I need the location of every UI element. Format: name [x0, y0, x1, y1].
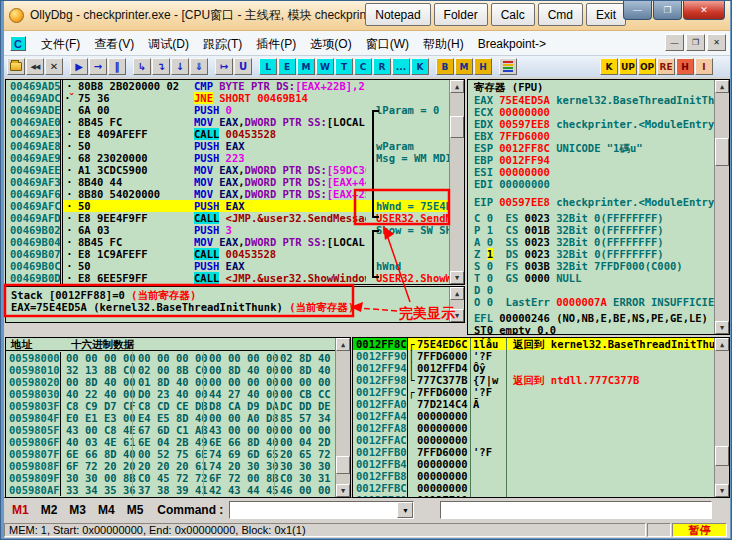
minimize-button[interactable]: — — [623, 1, 652, 20]
command-side-field[interactable] — [440, 501, 712, 519]
titlebar-button-cmd[interactable]: Cmd — [538, 3, 583, 26]
close-button[interactable]: ✕ — [683, 1, 725, 20]
maximize-button[interactable]: ❐ — [653, 1, 682, 20]
hex-dump-row[interactable]: 0059804FE0 E1 E3 00E4 E5 8D 4000 00 A0 D… — [6, 412, 335, 424]
stack-row[interactable]: 0012FF8C┌75E4ED6C1ĺåu返回到 kernel32.BaseTh… — [353, 338, 714, 350]
disasm-row[interactable]: 00469AF3·8B40 44MOV EAX,DWORD PTR DS:[EA… — [6, 176, 449, 188]
toolbar-letter-T[interactable]: T — [335, 58, 353, 75]
toolbar-letter-H[interactable]: H — [676, 58, 694, 75]
register-line[interactable]: T 0 GS 0000 NULL — [468, 272, 714, 284]
disasm-row[interactable]: 00469ADC·ˇ75 36JNE SHORT 00469B14 — [6, 92, 449, 104]
disasm-row[interactable]: 00469AF6·8B80 54020000MOV EAX,DWORD PTR … — [6, 188, 449, 200]
toolbar-letter-K[interactable]: K — [600, 58, 618, 75]
memory-tab-M5[interactable]: M5 — [127, 503, 144, 517]
toolbar-letter-I[interactable]: I — [695, 58, 713, 75]
register-line[interactable]: EBX 7FFD6000 — [468, 130, 714, 142]
toolbar-letter-RE[interactable]: RE — [657, 58, 675, 75]
disassembly-scrollbar[interactable]: ▲ ▼ — [449, 80, 464, 284]
memory-tab-M2[interactable]: M2 — [41, 503, 58, 517]
hex-dump-row[interactable]: 0059805F43 00 C8 4E67 6D C1 AB43 00 00 0… — [6, 424, 335, 436]
toolbar-letter-L[interactable]: L — [259, 58, 277, 75]
register-line[interactable]: O 0 LastErr 0000007A ERROR_INSUFFICIEN — [468, 296, 714, 308]
stack-row[interactable]: 0012FFA077D214C4Ā — [353, 398, 714, 410]
register-line[interactable]: D 0 — [468, 284, 714, 296]
command-input[interactable]: ▼ — [229, 501, 414, 519]
stack-row[interactable]: 0012FFBC00000000 — [353, 482, 714, 494]
scroll-down-icon[interactable]: ▼ — [715, 321, 729, 334]
disasm-row[interactable]: 00469AFC·50PUSH EAXhWnd = 75E4E — [6, 200, 449, 212]
stack-row[interactable]: 0012FFB400000000 — [353, 458, 714, 470]
close-program-button[interactable]: ✕ — [45, 58, 63, 75]
hex-dump-row[interactable]: 0059806F40 03 4E 616E 04 2B 496E 66 8D 4… — [6, 436, 335, 448]
open-file-button[interactable] — [7, 58, 25, 75]
disasm-row[interactable]: 00469AFD·E8 9EE4F9FFCALL <JMP.&user32.Se… — [6, 212, 449, 224]
menu-item[interactable]: 窗口(W) — [359, 34, 416, 54]
register-line[interactable]: Z 1 DS 0023 32Bit 0(FFFFFFFF) — [468, 248, 714, 260]
register-line[interactable]: A 0 SS 0023 32Bit 0(FFFFFFFF) — [468, 236, 714, 248]
toolbar-letter-E[interactable]: E — [278, 58, 296, 75]
hex-dump-row[interactable]: 0059807F6E 66 8D 4000 52 75 6E74 69 6D 6… — [6, 448, 335, 460]
menu-item[interactable]: 帮助(H) — [416, 34, 471, 54]
trace-into-button[interactable]: ↓ — [171, 58, 189, 75]
disasm-row[interactable]: 00469B0C·50PUSH EAXhWnd — [6, 260, 449, 272]
pause-button[interactable]: ‖ — [108, 58, 126, 75]
scroll-up-icon[interactable]: ▲ — [715, 338, 729, 351]
toolbar-letter-M[interactable]: M — [455, 58, 473, 75]
titlebar-button-calc[interactable]: Calc — [491, 3, 535, 26]
scroll-up-icon[interactable]: ▲ — [715, 80, 729, 93]
register-line[interactable]: EBP 0012FF94 — [468, 154, 714, 166]
hex-dump-row[interactable]: 0059802000 8D 40 0001 8D 40 0000 00 00 0… — [6, 376, 335, 388]
stack-row[interactable]: 0012FFAC00000000 — [353, 434, 714, 446]
run-button[interactable]: ▶ — [70, 58, 88, 75]
toolbar-letter-W[interactable]: W — [316, 58, 334, 75]
hex-dump-scrollbar[interactable]: ▲ ▼ — [335, 338, 350, 497]
scroll-down-icon[interactable]: ▼ — [450, 309, 464, 322]
hex-dump-row[interactable]: 0059801032 13 8B C002 00 8B C000 8D 40 0… — [6, 364, 335, 376]
hex-dump-row[interactable]: 0059808F6F 72 20 2020 20 20 6174 20 30 3… — [6, 460, 335, 472]
chevron-down-icon[interactable]: ▼ — [397, 502, 413, 518]
mdi-minimize-button[interactable]: — — [665, 34, 684, 51]
info-pane-scrollbar[interactable]: ▲ ▼ — [449, 287, 464, 322]
disasm-row[interactable]: 00469ADE·6A 00PUSH 0lParam = 0 — [6, 104, 449, 116]
titlebar-button-folder[interactable]: Folder — [434, 3, 488, 26]
scrollbar-thumb[interactable] — [715, 138, 729, 166]
register-line[interactable]: EFL 00000246 (NO,NB,E,BE,NS,PE,GE,LE) — [468, 312, 714, 324]
register-line[interactable]: EIP 00597EE8 checkprinter.<ModuleEntryP — [468, 196, 714, 208]
toolbar-letter-H[interactable]: H — [474, 58, 492, 75]
menu-item[interactable]: 插件(P) — [249, 34, 303, 54]
toolbar-letter-C[interactable]: C — [354, 58, 372, 75]
register-line[interactable]: ST0 empty 0.0 — [468, 324, 714, 335]
disasm-row[interactable]: 00469B0D·E8 6EE5F9FFCALL <JMP.&user32.Sh… — [6, 272, 449, 284]
memory-tab-M3[interactable]: M3 — [69, 503, 86, 517]
disasm-row[interactable]: 00469AE0·8B45 FCMOV EAX,DWORD PTR SS:[LO… — [6, 116, 449, 128]
register-line[interactable]: EDI 00000000 — [468, 178, 714, 190]
step-over-button[interactable]: ↴ — [152, 58, 170, 75]
disasm-row[interactable]: 00469B07·E8 1C9AFEFFCALL 00453528 — [6, 248, 449, 260]
step-into-button[interactable]: ↳ — [133, 58, 151, 75]
register-line[interactable]: ESI 00000000 — [468, 166, 714, 178]
stack-row[interactable]: 0012FFA400000000 — [353, 410, 714, 422]
stack-row[interactable]: 0012FF98└777C377B{7|w返回到 ntdll.777C377B — [353, 374, 714, 386]
trace-over-button[interactable]: ⇓ — [190, 58, 208, 75]
scrollbar-thumb[interactable] — [450, 116, 464, 138]
menu-item[interactable]: 选项(O) — [303, 34, 358, 54]
registers-scrollbar[interactable]: ▲ ▼ — [714, 80, 729, 334]
titlebar-button-exit[interactable]: Exit — [586, 3, 626, 26]
scroll-down-icon[interactable]: ▼ — [336, 484, 350, 497]
stack-row[interactable]: 0012FFA800000000 — [353, 422, 714, 434]
execute-till-return-button[interactable]: ↦ — [215, 58, 233, 75]
toolbar-letter-OP[interactable]: OP — [638, 58, 656, 75]
scroll-down-icon[interactable]: ▼ — [715, 484, 729, 497]
register-line[interactable]: ECX 00000000 — [468, 106, 714, 118]
menu-item[interactable]: 文件(F) — [34, 34, 87, 54]
disasm-row[interactable]: 00469AD5·80B8 2B020000 02CMP BYTE PTR DS… — [6, 80, 449, 92]
scrollbar-thumb[interactable] — [336, 456, 350, 474]
hex-dump-row[interactable]: 0059803FC8 C9 D7 CFC8 CD CE DBD8 CA D9 D… — [6, 400, 335, 412]
register-line[interactable]: C 0 ES 0023 32Bit 0(FFFFFFFF) — [468, 212, 714, 224]
register-line[interactable]: ESP 0012FF8C UNICODE "1碼u" — [468, 142, 714, 154]
disasm-row[interactable]: 00469AEE·A1 3CDC5900MOV EAX,DWORD PTR DS… — [6, 164, 449, 176]
menu-item[interactable]: 跟踪(T) — [196, 34, 249, 54]
scroll-up-icon[interactable]: ▲ — [450, 80, 464, 93]
skip-exception-button[interactable]: → — [89, 58, 107, 75]
register-line[interactable]: S 0 FS 003B 32Bit 7FFDF000(C000) — [468, 260, 714, 272]
